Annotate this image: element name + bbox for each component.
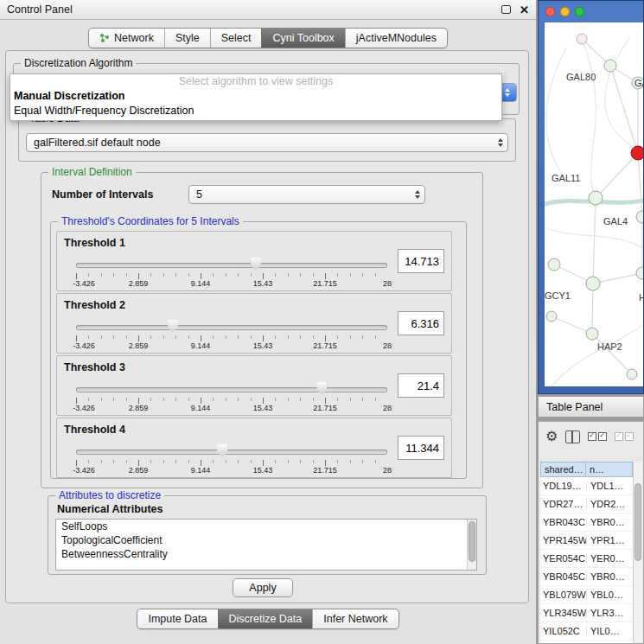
- slider-track[interactable]: [76, 387, 387, 392]
- tab-jactivemodules-label: jActiveMNodules: [356, 32, 437, 44]
- checkbox-icon: [598, 432, 607, 441]
- cell: YBL079W: [540, 590, 586, 600]
- table-scrollbar[interactable]: [633, 462, 642, 642]
- tick-label: 2.859: [129, 279, 149, 288]
- slider-track[interactable]: [76, 325, 387, 330]
- cell: YDR27…: [540, 499, 586, 509]
- slider-thumb[interactable]: [316, 382, 327, 395]
- cell: YER054C: [540, 553, 586, 564]
- tick-label: -3.426: [73, 466, 95, 475]
- scrollbar-thumb[interactable]: [634, 483, 641, 561]
- threshold-3-value-field[interactable]: 21.4: [398, 373, 444, 398]
- table-panel-bar[interactable]: Table Panel: [538, 396, 644, 418]
- tab-cyni-toolbox[interactable]: Cyni Toolbox: [261, 29, 344, 48]
- list-item[interactable]: BetweennessCentrality: [56, 547, 476, 561]
- dropdown-placeholder-option[interactable]: Select algorithm to view settings: [10, 74, 501, 89]
- list-item[interactable]: SelfLoops: [56, 520, 476, 533]
- control-panel-title: Control Panel: [7, 3, 501, 16]
- minimize-traffic-light[interactable]: [560, 7, 570, 16]
- table-row[interactable]: YPR145W YPR1…: [540, 532, 633, 550]
- svg-text:GAL4: GAL4: [603, 216, 628, 226]
- tab-jactivemodules[interactable]: jActiveMNodules: [345, 29, 447, 48]
- cell: YDR2…: [586, 499, 633, 509]
- dropdown-option-equal-width-frequency[interactable]: Equal Width/Frequency Discretization: [10, 104, 501, 118]
- table-row[interactable]: YIL052C YIL0…: [540, 622, 633, 641]
- svg-text:GA: GA: [634, 78, 643, 88]
- algorithm-dropdown-popup: Select algorithm to view settings Manual…: [10, 73, 502, 121]
- tab-impute-data[interactable]: Impute Data: [137, 609, 217, 628]
- column-header-name[interactable]: n…: [586, 462, 633, 477]
- scrollbar-thumb[interactable]: [469, 521, 475, 562]
- svg-text:HAP2: HAP2: [597, 341, 622, 352]
- list-item[interactable]: TopologicalCoefficient: [56, 533, 476, 547]
- threshold-3-slider[interactable]: [76, 382, 387, 396]
- control-panel: Control Panel ✕ Network Style: [0, 0, 536, 644]
- apply-button[interactable]: Apply: [233, 578, 293, 597]
- float-window-icon[interactable]: [501, 5, 511, 14]
- tick-label: 2.859: [129, 466, 149, 475]
- table-row[interactable]: YLR345W YLR3…: [540, 604, 633, 622]
- deselect-all-icon[interactable]: [615, 432, 634, 441]
- checkbox-icon: [588, 432, 596, 441]
- tab-infer-network[interactable]: Infer Network: [312, 609, 398, 628]
- network-svg[interactable]: GAL80GAGAL11GAL4GCY1HAP2H: [545, 22, 643, 386]
- tab-style-label: Style: [175, 32, 200, 44]
- table-row[interactable]: YBL079W YBL0…: [540, 586, 633, 604]
- table-header-row: shared… n…: [540, 462, 633, 477]
- cell: YDL19…: [540, 481, 586, 491]
- slider-thumb[interactable]: [168, 320, 178, 333]
- table-row[interactable]: YDL19… YDL1…: [540, 477, 633, 495]
- table-data-combobox-value: galFiltered.sif default node: [27, 137, 494, 149]
- svg-text:GAL11: GAL11: [552, 173, 580, 183]
- slider-track[interactable]: [76, 263, 387, 268]
- column-chooser-icon[interactable]: [565, 430, 580, 443]
- slider-track[interactable]: [76, 450, 387, 455]
- interval-definition-group: Interval Definition Number of Intervals …: [41, 172, 483, 488]
- dropdown-option-manual-discretization[interactable]: Manual Discretization: [10, 89, 501, 104]
- close-traffic-light[interactable]: [545, 7, 555, 16]
- gear-icon[interactable]: ⚙: [545, 430, 558, 443]
- threshold-2-slider[interactable]: [76, 320, 387, 334]
- table-row[interactable]: YBR043C YBR0…: [540, 513, 633, 532]
- threshold-1-label: Threshold 1: [64, 237, 125, 249]
- tab-discretize-data-label: Discretize Data: [229, 613, 303, 625]
- top-tab-bar: Network Style Select Cyni Toolbox jActiv…: [0, 28, 536, 48]
- tab-select[interactable]: Select: [210, 29, 262, 48]
- checkbox-icon: [625, 432, 634, 441]
- threshold-4-value-field[interactable]: 11.344: [398, 436, 444, 460]
- column-header-shared-name[interactable]: shared…: [540, 462, 586, 477]
- threshold-2-value-field[interactable]: 6.316: [398, 311, 444, 335]
- slider-thumb[interactable]: [251, 258, 261, 271]
- tab-style[interactable]: Style: [164, 29, 210, 48]
- tick-label: 2.859: [129, 341, 149, 350]
- select-all-icon[interactable]: [588, 432, 607, 441]
- table-row[interactable]: YBR045C YBR0…: [540, 568, 633, 586]
- table-data-combobox[interactable]: galFiltered.sif default node: [26, 133, 508, 152]
- slider-ticks: [76, 460, 387, 466]
- tick-label: 9.144: [191, 466, 211, 475]
- tab-select-label: Select: [221, 32, 252, 44]
- number-of-intervals-combobox[interactable]: 5: [188, 185, 425, 204]
- tick-label: 15.43: [253, 279, 273, 288]
- network-canvas[interactable]: GAL80GAGAL11GAL4GCY1HAP2H: [545, 22, 643, 386]
- tab-discretize-data[interactable]: Discretize Data: [218, 609, 313, 628]
- tick-label: -3.426: [73, 279, 95, 288]
- table-toolbar: ⚙: [539, 422, 643, 451]
- threshold-1-value-field[interactable]: 14.713: [398, 249, 444, 273]
- zoom-traffic-light[interactable]: [575, 7, 584, 16]
- threshold-1-slider[interactable]: [76, 258, 387, 271]
- combobox-arrows-icon: [494, 138, 507, 147]
- slider-thumb[interactable]: [217, 444, 227, 457]
- tab-network[interactable]: Network: [89, 29, 164, 48]
- close-icon[interactable]: ✕: [520, 4, 529, 16]
- threshold-4-slider[interactable]: [76, 444, 387, 458]
- network-icon: [99, 33, 110, 43]
- table-row[interactable]: YER054C YER0…: [540, 550, 633, 568]
- svg-text:GCY1: GCY1: [545, 290, 571, 301]
- numerical-attributes-list[interactable]: SelfLoops TopologicalCoefficient Between…: [55, 519, 477, 571]
- tick-label: 21.715: [313, 279, 337, 288]
- tick-label: 28: [383, 466, 392, 475]
- tick-label: 28: [383, 341, 392, 350]
- list-scrollbar[interactable]: [467, 520, 476, 570]
- table-row[interactable]: YDR27… YDR2…: [540, 495, 633, 513]
